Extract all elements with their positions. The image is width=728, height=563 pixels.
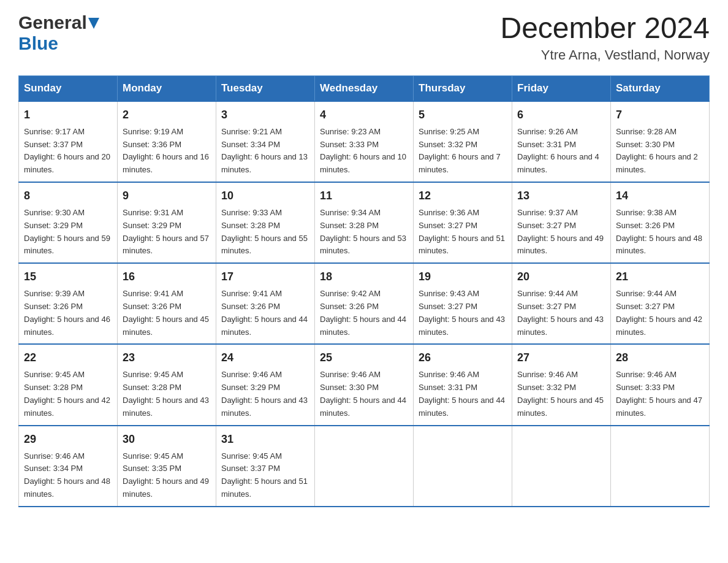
calendar-cell: 5Sunrise: 9:25 AMSunset: 3:32 PMDaylight… xyxy=(414,101,512,182)
day-of-week-header: Sunday xyxy=(19,75,118,101)
month-title: December 2024 xyxy=(500,12,710,45)
calendar-cell: 16Sunrise: 9:41 AMSunset: 3:26 PMDayligh… xyxy=(118,263,216,344)
day-number: 30 xyxy=(123,431,211,448)
day-info: Sunrise: 9:45 AMSunset: 3:35 PMDaylight:… xyxy=(123,450,211,501)
calendar-cell: 8Sunrise: 9:30 AMSunset: 3:29 PMDaylight… xyxy=(19,182,118,263)
day-number: 6 xyxy=(517,107,605,123)
calendar-cell: 18Sunrise: 9:42 AMSunset: 3:26 PMDayligh… xyxy=(315,263,414,344)
day-number: 28 xyxy=(616,350,704,366)
day-number: 8 xyxy=(24,188,112,204)
day-number: 16 xyxy=(123,269,211,285)
day-number: 3 xyxy=(221,107,309,123)
day-info: Sunrise: 9:45 AMSunset: 3:28 PMDaylight:… xyxy=(24,369,112,419)
logo: General Blue xyxy=(18,12,100,54)
day-info: Sunrise: 9:46 AMSunset: 3:33 PMDaylight:… xyxy=(616,369,704,419)
day-number: 18 xyxy=(320,269,408,285)
day-info: Sunrise: 9:26 AMSunset: 3:31 PMDaylight:… xyxy=(517,126,605,177)
day-number: 20 xyxy=(517,269,605,285)
calendar-cell: 6Sunrise: 9:26 AMSunset: 3:31 PMDaylight… xyxy=(512,101,611,182)
day-info: Sunrise: 9:19 AMSunset: 3:36 PMDaylight:… xyxy=(123,126,211,177)
calendar-cell xyxy=(315,426,414,507)
calendar-cell: 26Sunrise: 9:46 AMSunset: 3:31 PMDayligh… xyxy=(414,344,512,425)
calendar-cell: 28Sunrise: 9:46 AMSunset: 3:33 PMDayligh… xyxy=(611,344,710,425)
calendar-cell: 31Sunrise: 9:45 AMSunset: 3:37 PMDayligh… xyxy=(216,426,315,507)
day-number: 27 xyxy=(517,350,605,366)
day-of-week-header: Friday xyxy=(512,75,611,101)
day-info: Sunrise: 9:45 AMSunset: 3:28 PMDaylight:… xyxy=(123,369,211,419)
logo-general-text: General xyxy=(18,12,87,33)
day-info: Sunrise: 9:28 AMSunset: 3:30 PMDaylight:… xyxy=(616,126,704,177)
day-info: Sunrise: 9:41 AMSunset: 3:26 PMDaylight:… xyxy=(123,288,211,339)
day-number: 31 xyxy=(221,431,309,448)
day-info: Sunrise: 9:42 AMSunset: 3:26 PMDaylight:… xyxy=(320,288,408,339)
calendar-cell: 25Sunrise: 9:46 AMSunset: 3:30 PMDayligh… xyxy=(315,344,414,425)
calendar-table: SundayMondayTuesdayWednesdayThursdayFrid… xyxy=(18,75,710,507)
day-info: Sunrise: 9:38 AMSunset: 3:26 PMDaylight:… xyxy=(616,207,704,258)
day-info: Sunrise: 9:34 AMSunset: 3:28 PMDaylight:… xyxy=(320,207,408,258)
calendar-cell: 13Sunrise: 9:37 AMSunset: 3:27 PMDayligh… xyxy=(512,182,611,263)
calendar-cell: 17Sunrise: 9:41 AMSunset: 3:26 PMDayligh… xyxy=(216,263,315,344)
day-number: 5 xyxy=(419,107,507,123)
calendar-cell: 12Sunrise: 9:36 AMSunset: 3:27 PMDayligh… xyxy=(414,182,512,263)
day-info: Sunrise: 9:44 AMSunset: 3:27 PMDaylight:… xyxy=(517,288,605,339)
day-number: 4 xyxy=(320,107,408,123)
day-of-week-header: Monday xyxy=(118,75,216,101)
calendar-week-row: 15Sunrise: 9:39 AMSunset: 3:26 PMDayligh… xyxy=(19,263,710,344)
day-number: 22 xyxy=(24,350,112,366)
day-info: Sunrise: 9:45 AMSunset: 3:37 PMDaylight:… xyxy=(221,450,309,501)
calendar-cell: 15Sunrise: 9:39 AMSunset: 3:26 PMDayligh… xyxy=(19,263,118,344)
calendar-cell: 22Sunrise: 9:45 AMSunset: 3:28 PMDayligh… xyxy=(19,344,118,425)
day-number: 17 xyxy=(221,269,309,285)
calendar-cell: 20Sunrise: 9:44 AMSunset: 3:27 PMDayligh… xyxy=(512,263,611,344)
day-of-week-header: Tuesday xyxy=(216,75,315,101)
calendar-cell: 21Sunrise: 9:44 AMSunset: 3:27 PMDayligh… xyxy=(611,263,710,344)
day-info: Sunrise: 9:44 AMSunset: 3:27 PMDaylight:… xyxy=(616,288,704,339)
calendar-cell: 1Sunrise: 9:17 AMSunset: 3:37 PMDaylight… xyxy=(19,101,118,182)
day-info: Sunrise: 9:21 AMSunset: 3:34 PMDaylight:… xyxy=(221,126,309,177)
location-subtitle: Ytre Arna, Vestland, Norway xyxy=(500,47,710,63)
day-info: Sunrise: 9:33 AMSunset: 3:28 PMDaylight:… xyxy=(221,207,309,258)
calendar-cell: 24Sunrise: 9:46 AMSunset: 3:29 PMDayligh… xyxy=(216,344,315,425)
day-number: 25 xyxy=(320,350,408,366)
day-info: Sunrise: 9:39 AMSunset: 3:26 PMDaylight:… xyxy=(24,288,112,339)
calendar-title-block: December 2024 Ytre Arna, Vestland, Norwa… xyxy=(500,12,710,63)
calendar-cell: 3Sunrise: 9:21 AMSunset: 3:34 PMDaylight… xyxy=(216,101,315,182)
calendar-cell xyxy=(512,426,611,507)
calendar-cell: 9Sunrise: 9:31 AMSunset: 3:29 PMDaylight… xyxy=(118,182,216,263)
day-info: Sunrise: 9:23 AMSunset: 3:33 PMDaylight:… xyxy=(320,126,408,177)
day-number: 23 xyxy=(123,350,211,366)
day-info: Sunrise: 9:46 AMSunset: 3:32 PMDaylight:… xyxy=(517,369,605,419)
logo-blue-text: Blue xyxy=(18,33,58,53)
day-number: 21 xyxy=(616,269,704,285)
day-info: Sunrise: 9:46 AMSunset: 3:30 PMDaylight:… xyxy=(320,369,408,419)
day-number: 7 xyxy=(616,107,704,123)
calendar-cell: 29Sunrise: 9:46 AMSunset: 3:34 PMDayligh… xyxy=(19,426,118,507)
day-number: 14 xyxy=(616,188,704,204)
calendar-week-row: 8Sunrise: 9:30 AMSunset: 3:29 PMDaylight… xyxy=(19,182,710,263)
day-info: Sunrise: 9:43 AMSunset: 3:27 PMDaylight:… xyxy=(419,288,507,339)
calendar-cell: 27Sunrise: 9:46 AMSunset: 3:32 PMDayligh… xyxy=(512,344,611,425)
day-number: 11 xyxy=(320,188,408,204)
day-number: 26 xyxy=(419,350,507,366)
page-header: General Blue December 2024 Ytre Arna, Ve… xyxy=(18,12,710,63)
day-info: Sunrise: 9:41 AMSunset: 3:26 PMDaylight:… xyxy=(221,288,309,339)
day-info: Sunrise: 9:37 AMSunset: 3:27 PMDaylight:… xyxy=(517,207,605,258)
calendar-cell xyxy=(611,426,710,507)
calendar-cell: 11Sunrise: 9:34 AMSunset: 3:28 PMDayligh… xyxy=(315,182,414,263)
calendar-cell: 14Sunrise: 9:38 AMSunset: 3:26 PMDayligh… xyxy=(611,182,710,263)
day-of-week-header: Thursday xyxy=(414,75,512,101)
day-number: 29 xyxy=(24,431,112,448)
calendar-week-row: 1Sunrise: 9:17 AMSunset: 3:37 PMDaylight… xyxy=(19,101,710,182)
day-number: 9 xyxy=(123,188,211,204)
calendar-cell: 7Sunrise: 9:28 AMSunset: 3:30 PMDaylight… xyxy=(611,101,710,182)
calendar-cell xyxy=(414,426,512,507)
day-info: Sunrise: 9:30 AMSunset: 3:29 PMDaylight:… xyxy=(24,207,112,258)
day-info: Sunrise: 9:46 AMSunset: 3:34 PMDaylight:… xyxy=(24,450,112,501)
calendar-cell: 4Sunrise: 9:23 AMSunset: 3:33 PMDaylight… xyxy=(315,101,414,182)
day-number: 24 xyxy=(221,350,309,366)
calendar-cell: 10Sunrise: 9:33 AMSunset: 3:28 PMDayligh… xyxy=(216,182,315,263)
calendar-week-row: 29Sunrise: 9:46 AMSunset: 3:34 PMDayligh… xyxy=(19,426,710,507)
calendar-cell: 30Sunrise: 9:45 AMSunset: 3:35 PMDayligh… xyxy=(118,426,216,507)
day-info: Sunrise: 9:31 AMSunset: 3:29 PMDaylight:… xyxy=(123,207,211,258)
day-of-week-header: Wednesday xyxy=(315,75,414,101)
